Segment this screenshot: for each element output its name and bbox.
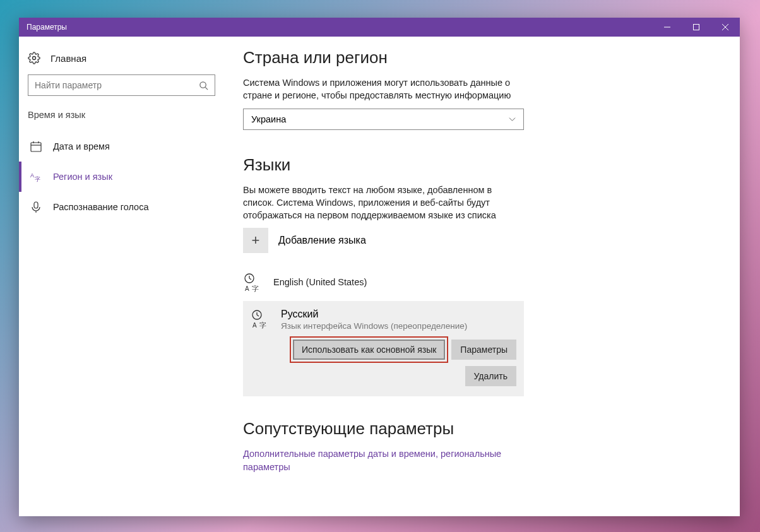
language-item-english[interactable]: A 字 English (United States) (243, 267, 524, 297)
country-dropdown[interactable]: Украина (243, 109, 524, 130)
settings-window: Параметры Главная (19, 18, 740, 516)
svg-text:字: 字 (259, 321, 266, 329)
svg-text:A: A (245, 285, 249, 292)
language-item-russian-selected: A 字 Русский Язык интерфейса Windows (пер… (243, 301, 524, 396)
related-heading: Сопутствующие параметры (243, 419, 715, 439)
language-name: English (United States) (273, 277, 367, 287)
add-language-label: Добавление языка (278, 235, 366, 246)
svg-line-17 (249, 278, 251, 280)
sidebar-item-datetime[interactable]: Дата и время (19, 131, 224, 162)
country-selected-value: Украина (251, 114, 509, 124)
main-panel: Страна или регион Система Windows и прил… (224, 37, 740, 516)
sidebar-item-region-language[interactable]: A 字 Регион и язык (19, 162, 224, 192)
search-icon (199, 81, 208, 90)
microphone-icon (30, 201, 42, 213)
related-link-additional-settings[interactable]: Дополнительные параметры даты и времени,… (243, 447, 524, 473)
gear-icon (28, 52, 40, 64)
languages-description: Вы можете вводить текст на любом языке, … (243, 184, 524, 222)
language-buttons-row: Использовать как основной язык Параметры (251, 340, 516, 360)
svg-rect-7 (31, 143, 41, 151)
home-button[interactable]: Главная (19, 49, 224, 74)
titlebar: Параметры (19, 18, 740, 37)
set-default-language-button[interactable]: Использовать как основной язык (293, 340, 445, 360)
close-icon (722, 24, 728, 30)
close-button[interactable] (711, 18, 740, 37)
language-pack-icon: A 字 (251, 309, 271, 329)
home-label: Главная (50, 53, 86, 64)
minimize-icon (664, 24, 670, 30)
svg-line-22 (257, 315, 259, 316)
language-name: Русский (281, 309, 467, 320)
chevron-down-icon (509, 115, 516, 122)
maximize-button[interactable] (682, 18, 711, 37)
sidebar-section-header: Время и язык (19, 110, 224, 131)
language-subtext: Язык интерфейса Windows (переопределение… (281, 321, 467, 331)
svg-text:字: 字 (252, 285, 259, 292)
search-box[interactable] (28, 74, 215, 96)
language-item-header[interactable]: A 字 Русский Язык интерфейса Windows (пер… (251, 309, 516, 331)
region-description: Система Windows и приложения могут испол… (243, 76, 524, 102)
svg-rect-13 (34, 202, 38, 208)
language-pack-icon: A 字 (243, 272, 263, 292)
language-options-button[interactable]: Параметры (451, 340, 516, 360)
minimize-button[interactable] (653, 18, 682, 37)
calendar-icon (30, 141, 42, 152)
language-text-block: Русский Язык интерфейса Windows (переопр… (281, 309, 467, 331)
svg-rect-1 (694, 25, 699, 30)
add-language-button[interactable]: + Добавление языка (243, 228, 715, 253)
language-icon: A 字 (30, 171, 42, 182)
remove-language-button[interactable]: Удалить (465, 366, 516, 386)
svg-text:字: 字 (35, 176, 40, 182)
window-title: Параметры (27, 23, 653, 32)
languages-heading: Языки (243, 155, 715, 175)
region-heading: Страна или регион (243, 48, 715, 68)
search-input[interactable] (35, 80, 199, 90)
sidebar-item-label: Распознавание голоса (53, 202, 149, 212)
maximize-icon (693, 24, 699, 30)
content-area: Главная Время и язык Дата и время A 字 (19, 37, 740, 516)
sidebar-item-label: Регион и язык (53, 172, 112, 182)
sidebar-item-label: Дата и время (53, 141, 110, 151)
sidebar: Главная Время и язык Дата и время A 字 (19, 37, 224, 516)
svg-point-5 (200, 81, 206, 87)
svg-text:A: A (30, 172, 34, 179)
svg-point-4 (33, 57, 36, 60)
sidebar-item-speech[interactable]: Распознавание голоса (19, 192, 224, 222)
svg-text:A: A (252, 322, 257, 329)
language-buttons-row-2: Удалить (251, 366, 516, 386)
svg-line-6 (205, 87, 208, 90)
plus-icon: + (243, 228, 268, 253)
